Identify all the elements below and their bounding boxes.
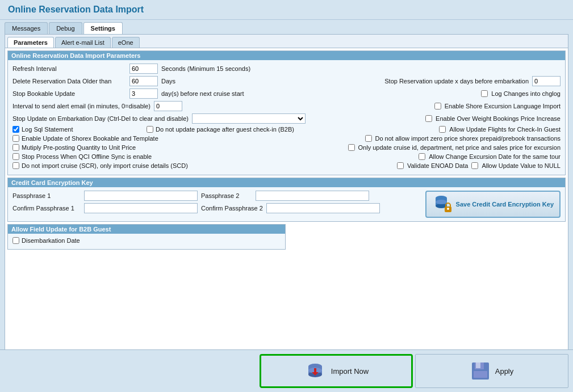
allow-update-flights-label: Allow Update Flights for Check-In Guest [449,126,561,133]
refresh-interval-label: Refresh Interval [12,65,126,72]
b2b-body: Disembarkation Date [8,234,285,249]
confirm2-input[interactable] [266,203,380,213]
enable-overweight-checkbox[interactable] [425,115,432,122]
do-not-allow-import-label: Do not allow import zero price shorex pr… [375,135,561,142]
svg-rect-15 [474,371,487,378]
database-lock-icon [432,194,453,214]
enable-shorex-checkbox[interactable] [12,135,19,142]
passphrase2-label: Passphrase 2 [201,192,252,199]
do-not-import-cruise-label: Do not import cruise (SCR), only import … [22,162,188,169]
svg-point-5 [447,208,449,210]
interval-alert-row: Interval to send alert email (in minutes… [12,101,561,111]
enable-shore-checkbox[interactable] [434,103,441,109]
stop-process-checkbox[interactable] [12,153,19,160]
b2b-header: Allow Field Update for B2B Guest [8,225,285,234]
save-key-button[interactable]: Save Credit Card Encryption Key [425,191,561,218]
log-sql-label: Log Sql Statement [22,126,73,133]
interval-alert-input[interactable] [154,101,182,111]
b2b-section: Allow Field Update for B2B Guest Disemba… [7,224,286,250]
main-content: Parameters Alert e-mail List eOne Online… [5,34,568,372]
allow-change-excursion-checkbox[interactable] [419,153,425,160]
disembarkation-label: Disembarkation Date [22,237,80,244]
svg-rect-14 [476,363,480,368]
tab-debug[interactable]: Debug [49,22,82,34]
stop-bookable-unit: day(s) before next cruise start [161,90,244,97]
do-not-allow-import-checkbox[interactable] [365,135,372,142]
interval-alert-label: Interval to send alert email (in minutes… [12,103,150,109]
validate-enoad-checkbox[interactable] [397,162,404,169]
enable-shorex-label: Enable Update of Shorex Bookable and Tem… [22,135,158,142]
stop-bookable-label: Stop Bookable Update [12,90,126,97]
passphrase-row1: Passphrase 1 Passphrase 2 [12,191,414,201]
stop-update-label: Stop Update on Embarkation Day (Ctrl-Del… [12,115,189,122]
confirm2-label: Confirm Passphrase 2 [201,205,263,212]
passphrase-row2: Confirm Passphrase 1 Confirm Passphrase … [12,203,414,213]
enable-shore-label: Enable Shore Excursion Language Import [445,103,561,109]
params-section: Online Reservation Data Import Parameter… [7,50,566,175]
params-section-header: Online Reservation Data Import Parameter… [8,51,565,60]
only-update-cruise-label: Only update cruise id, department, net p… [358,144,561,151]
sub-tab-bar: Parameters Alert e-mail List eOne [5,35,568,48]
svg-rect-11 [314,368,316,373]
delete-reservation-unit: Days [161,78,175,85]
import-now-label: Import Now [331,367,369,376]
sub-tab-eone[interactable]: eOne [112,37,140,48]
apply-label: Apply [495,367,514,376]
log-sql-row: Log Sql Statement Do not update package … [12,126,561,133]
params-section-body: Refresh Interval Seconds (Minimum 15 sec… [8,60,565,175]
tab-settings[interactable]: Settings [83,22,123,34]
tab-messages[interactable]: Messages [5,22,48,34]
disembarkation-checkbox[interactable] [12,237,19,244]
validate-enoad-label: Validate ENOAD Data [407,162,468,169]
stop-bookable-row: Stop Bookable Update day(s) before next … [12,88,561,99]
only-update-cruise-checkbox[interactable] [348,144,355,151]
stop-update-row: Stop Update on Embarkation Day (Ctrl-Del… [12,113,561,124]
sub-tab-alert-email[interactable]: Alert e-mail List [55,37,111,48]
log-changes-checkbox[interactable] [481,90,488,97]
credit-card-body: Passphrase 1 Passphrase 2 Confirm Passph… [8,187,565,221]
enable-shorex-row: Enable Update of Shorex Bookable and Tem… [12,135,561,142]
save-disk-icon [470,361,491,381]
allow-update-null-checkbox[interactable] [471,162,478,169]
refresh-interval-unit: Seconds (Minimum 15 seconds) [161,65,250,72]
svg-point-3 [436,200,447,204]
confirm1-input[interactable] [84,203,198,213]
passphrase1-label: Passphrase 1 [12,192,81,199]
stop-reservation-label: Stop Reservation update x days before em… [384,78,529,85]
allow-change-excursion-label: Allow Change Excursion Date for the same… [429,153,561,160]
credit-card-section: Credit Card Encryption Key Passphrase 1 … [7,178,566,222]
refresh-interval-input[interactable] [129,64,158,74]
do-not-update-pkg-checkbox[interactable] [147,126,153,133]
multiply-pre-checkbox[interactable] [12,144,19,151]
import-now-button[interactable]: Import Now [260,354,413,388]
page-title: Online Reservation Data Import [0,0,573,20]
confirm1-label: Confirm Passphrase 1 [12,205,81,212]
do-not-import-cruise-checkbox[interactable] [12,162,19,169]
apply-button[interactable]: Apply [415,354,568,388]
passphrase1-input[interactable] [84,191,198,201]
credit-card-header: Credit Card Encryption Key [8,178,565,187]
sub-tab-parameters[interactable]: Parameters [7,37,54,48]
stop-bookable-input[interactable] [129,88,158,99]
log-sql-checkbox[interactable] [12,126,19,133]
passphrase2-input[interactable] [256,191,369,201]
enable-overweight-label: Enable Over Weight Bookings Price Increa… [436,115,561,122]
delete-reservation-label: Delete Reservation Data Older than [12,78,126,85]
do-not-update-pkg-label: Do not update package after guest check-… [156,126,294,133]
import-icon [304,360,327,382]
refresh-interval-row: Refresh Interval Seconds (Minimum 15 sec… [12,64,561,74]
disembarkation-row: Disembarkation Date [12,237,281,244]
bottom-bar: Import Now Apply [0,349,573,392]
allow-update-flights-checkbox[interactable] [439,126,446,133]
allow-update-null-label: Allow Update Value to NULL [482,162,561,169]
delete-reservation-input[interactable] [129,76,158,86]
main-tab-bar: Messages Debug Settings [0,20,573,34]
stop-reservation-input[interactable] [532,76,561,86]
delete-reservation-row: Delete Reservation Data Older than Days … [12,76,561,86]
content-area: Online Reservation Data Import Parameter… [5,48,568,372]
multiply-pre-label: Mutiply Pre-posting Quantity to Unit Pri… [22,144,136,151]
stop-update-dropdown[interactable] [192,113,306,124]
save-key-label: Save Credit Card Encryption Key [456,201,554,208]
stop-process-row: Stop Process When QCI Offline Sync is en… [12,153,561,160]
multiply-row: Mutiply Pre-posting Quantity to Unit Pri… [12,144,561,151]
